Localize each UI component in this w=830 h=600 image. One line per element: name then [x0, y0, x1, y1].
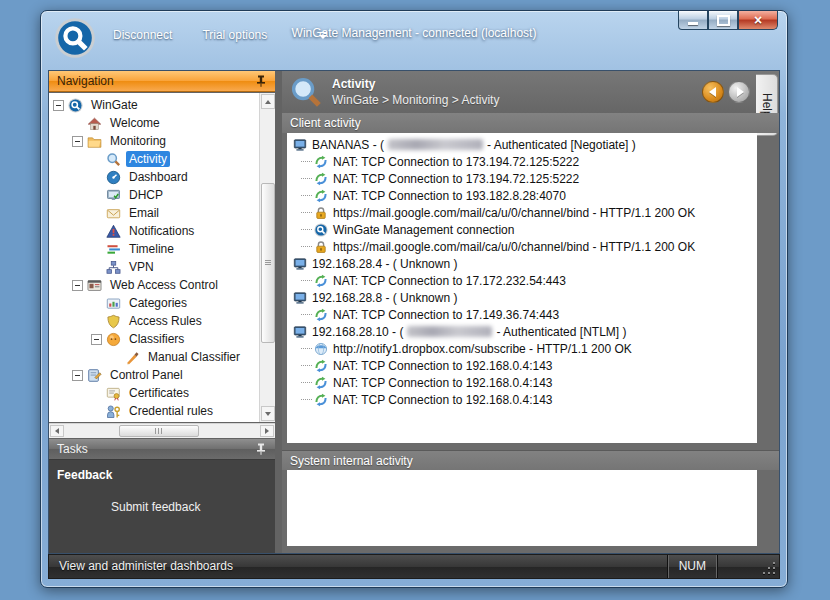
horizontal-scroll-thumb[interactable]: [119, 425, 199, 437]
activity-text: 192.168.28.8 - ( Unknown ): [312, 291, 457, 305]
trial-options-menu-item[interactable]: Trial options: [196, 26, 273, 44]
pin-icon[interactable]: [254, 442, 268, 456]
activity-row[interactable]: https://mail.google.com/mail/ca/u/0/chan…: [287, 204, 757, 221]
tree-connector: [301, 314, 312, 316]
sidebar-item-certificates[interactable]: Certificates: [49, 384, 259, 402]
collapse-icon[interactable]: [72, 280, 83, 291]
brush-icon: [125, 350, 140, 365]
sidebar-item-access-rules[interactable]: Access Rules: [49, 312, 259, 330]
collapse-icon[interactable]: [53, 100, 64, 111]
collapse-icon[interactable]: [72, 136, 83, 147]
activity-row[interactable]: NAT: TCP Connection to 173.194.72.125:52…: [287, 153, 757, 170]
activity-row[interactable]: NAT: TCP Connection to 192.168.0.4:143: [287, 391, 757, 408]
right-arrow-icon: [265, 428, 269, 434]
resize-grip[interactable]: [763, 562, 775, 574]
submit-feedback-link[interactable]: Submit feedback: [49, 482, 275, 514]
back-arrow-icon: [709, 87, 716, 97]
activity-header: Activity WinGate > Monitoring > Activity: [282, 71, 779, 113]
sidebar-item-activity[interactable]: Activity: [49, 150, 259, 168]
sidebar-item-timeline[interactable]: Timeline: [49, 240, 259, 258]
nat-icon: [314, 155, 328, 169]
activity-text: NAT: TCP Connection to 17.149.36.74:443: [333, 308, 559, 322]
activity-row[interactable]: http://notify1.dropbox.com/subscribe - H…: [287, 340, 757, 357]
left-panel: Navigation WinGateWelcomeMonitoringActiv…: [49, 71, 275, 553]
sidebar-item-monitoring[interactable]: Monitoring: [49, 132, 259, 150]
tree-item-label: Monitoring: [107, 133, 169, 149]
collapse-icon[interactable]: [91, 334, 102, 345]
forward-button[interactable]: [728, 81, 750, 103]
sidebar-item-email[interactable]: Email: [49, 204, 259, 222]
collapse-icon[interactable]: [72, 370, 83, 381]
tree-item-label: DHCP: [126, 187, 166, 203]
activity-row[interactable]: WinGate Management connection: [287, 221, 757, 238]
activity-text: NAT: TCP Connection to 192.168.0.4:143: [333, 376, 552, 390]
tree-connector: [301, 348, 312, 350]
sidebar-item-categories[interactable]: Categories: [49, 294, 259, 312]
shield-icon: [106, 314, 121, 329]
vpn-icon: [106, 260, 121, 275]
activity-row[interactable]: NAT: TCP Connection to 17.149.36.74:443: [287, 306, 757, 323]
feedback-group-label: Feedback: [49, 460, 275, 482]
tree-connector: [301, 229, 312, 231]
tree-horizontal-scrollbar[interactable]: [49, 423, 275, 438]
toolbar-overflow-icon[interactable]: [319, 32, 327, 39]
activity-text: NAT: TCP Connection to 192.168.0.4:143: [333, 393, 552, 407]
pin-icon[interactable]: [254, 74, 268, 88]
activity-row[interactable]: NAT: TCP Connection to 173.194.72.125:52…: [287, 170, 757, 187]
tasks-panel-header: Tasks: [49, 439, 275, 460]
scroll-down-button[interactable]: [261, 406, 275, 421]
sidebar-item-dashboard[interactable]: Dashboard: [49, 168, 259, 186]
close-icon: ×: [754, 12, 762, 29]
tasks-panel-title: Tasks: [57, 442, 88, 456]
activity-text: - Authenticated [Negotiate] ): [487, 138, 636, 152]
scroll-right-button[interactable]: [260, 425, 274, 437]
scroll-up-button[interactable]: [261, 94, 275, 109]
nat-icon: [314, 172, 328, 186]
minimize-icon: [688, 22, 698, 25]
vertical-scroll-thumb[interactable]: [261, 183, 275, 343]
activity-row[interactable]: NAT: TCP Connection to 193.182.8.28:4070: [287, 187, 757, 204]
tree-item-label: Email: [126, 205, 162, 221]
certificate-icon: [106, 386, 121, 401]
sidebar-item-classifiers[interactable]: Classifiers: [49, 330, 259, 348]
back-button[interactable]: [702, 81, 724, 103]
activity-row[interactable]: BANANAS - (- Authenticated [Negotiate] ): [287, 136, 757, 153]
close-button[interactable]: ×: [738, 11, 778, 30]
tree-connector: [301, 382, 312, 384]
tree-vertical-scrollbar[interactable]: [259, 93, 275, 422]
minimize-button[interactable]: [678, 11, 708, 30]
alert-icon: [106, 224, 121, 239]
sidebar-item-notifications[interactable]: Notifications: [49, 222, 259, 240]
sidebar-item-welcome[interactable]: Welcome: [49, 114, 259, 132]
nat-icon: [314, 359, 328, 373]
globe-icon: [314, 342, 328, 356]
sidebar-item-web-access-control[interactable]: Web Access Control: [49, 276, 259, 294]
disconnect-menu-item[interactable]: Disconnect: [107, 26, 178, 44]
categories-icon: [106, 296, 121, 311]
tree-connector: [301, 246, 312, 248]
activity-row[interactable]: NAT: TCP Connection to 192.168.0.4:143: [287, 357, 757, 374]
title-menu: Disconnect Trial options: [107, 25, 327, 45]
computer-icon: [293, 325, 307, 339]
activity-row[interactable]: 192.168.28.4 - ( Unknown ): [287, 255, 757, 272]
scroll-left-button[interactable]: [50, 425, 64, 437]
tree-item-label: Credential rules: [126, 403, 216, 419]
activity-row[interactable]: NAT: TCP Connection to 192.168.0.4:143: [287, 374, 757, 391]
activity-row[interactable]: 192.168.28.8 - ( Unknown ): [287, 289, 757, 306]
sidebar-item-wingate[interactable]: WinGate: [49, 96, 259, 114]
activity-row[interactable]: https://mail.google.com/mail/ca/u/0/chan…: [287, 238, 757, 255]
activity-row[interactable]: NAT: TCP Connection to 17.172.232.54:443: [287, 272, 757, 289]
activity-row[interactable]: 192.168.28.10 - (- Authenticated [NTLM] …: [287, 323, 757, 340]
maximize-button[interactable]: [708, 11, 738, 30]
tree-connector: [301, 365, 312, 367]
nat-icon: [314, 274, 328, 288]
content-frame: Navigation WinGateWelcomeMonitoringActiv…: [48, 70, 780, 554]
tree-connector: [301, 195, 312, 197]
sidebar-item-dhcp[interactable]: DHCP: [49, 186, 259, 204]
activity-text: https://mail.google.com/mail/ca/u/0/chan…: [333, 240, 695, 254]
sidebar-item-manual-classifier[interactable]: Manual Classifier: [49, 348, 259, 366]
nat-icon: [314, 308, 328, 322]
sidebar-item-credential-rules[interactable]: Credential rules: [49, 402, 259, 420]
sidebar-item-control-panel[interactable]: Control Panel: [49, 366, 259, 384]
sidebar-item-vpn[interactable]: VPN: [49, 258, 259, 276]
